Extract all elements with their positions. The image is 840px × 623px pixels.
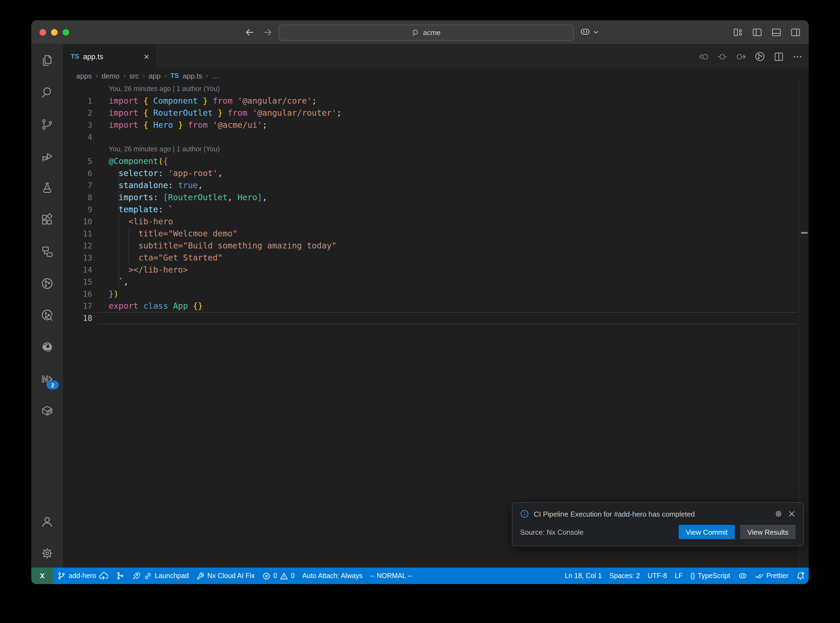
line-number: 5 (63, 155, 92, 167)
nx-console-icon[interactable]: N2 (40, 371, 55, 387)
more-actions-icon[interactable] (792, 51, 803, 62)
gitlens-graph-icon[interactable] (40, 276, 55, 291)
toggle-secondary-sidebar-icon[interactable] (790, 27, 801, 38)
code-line: 12 subtitle="Build something amazing tod… (63, 239, 809, 252)
indentation-item[interactable]: Spaces: 2 (605, 568, 643, 584)
rocket-icon (132, 571, 141, 580)
overview-ruler[interactable] (799, 83, 809, 568)
code-line-content: subtitle="Build something amazing today" (92, 239, 809, 252)
commit-graph-item[interactable] (112, 568, 128, 584)
hierarchy-icon[interactable] (40, 244, 55, 259)
search-icon[interactable] (40, 85, 55, 100)
formatter-label: Prettier (766, 572, 788, 580)
history-back-button[interactable] (244, 20, 255, 44)
line-number: 6 (63, 167, 92, 180)
warning-count: 0 (291, 572, 295, 580)
view-results-button[interactable]: View Results (740, 525, 795, 539)
encoding-label: UTF-8 (648, 572, 667, 580)
language-mode-item[interactable]: {} TypeScript (686, 568, 734, 584)
maximize-window-button[interactable] (63, 29, 69, 35)
code-line: 4 (63, 131, 809, 143)
code-line-content: import { Component } from '@angular/core… (92, 95, 809, 107)
breadcrumb-item[interactable]: apps (76, 72, 92, 80)
indent-guide (128, 252, 129, 264)
notifications-bell-item[interactable] (792, 568, 809, 584)
launchpad-item[interactable]: Launchpad (128, 568, 193, 584)
code-line: 7 standalone: true, (63, 180, 809, 192)
indent-guide (118, 216, 119, 228)
code-line-content: imports: [RouterOutlet, Hero], (92, 192, 809, 204)
breadcrumb-file[interactable]: app.ts (183, 72, 202, 80)
toggle-panel-icon[interactable] (771, 27, 782, 38)
indent-guide (118, 204, 119, 216)
command-center-search[interactable]: acme (279, 25, 574, 41)
copilot-icon (738, 571, 747, 580)
tab-app-ts[interactable]: TS app.ts × (63, 44, 155, 69)
indent-guide (118, 264, 119, 276)
problems-item[interactable]: 0 0 (258, 568, 298, 584)
line-number: 4 (63, 131, 92, 143)
auto-attach-item[interactable]: Auto Attach: Always (298, 568, 367, 584)
nx-cloud-ai-fix-item[interactable]: Nx Cloud AI Fix (193, 568, 258, 584)
double-check-icon (755, 571, 763, 580)
testing-icon[interactable] (40, 180, 55, 196)
copilot-menu[interactable] (579, 20, 599, 44)
formatter-item[interactable]: Prettier (751, 568, 792, 584)
code-line: 2import { RouterOutlet } from '@angular/… (63, 107, 809, 119)
explorer-icon[interactable] (40, 53, 55, 69)
copilot-icon (579, 26, 591, 38)
editor-actions (698, 44, 803, 69)
code-line: 13 cta="Get Started" (63, 252, 809, 264)
chevron-right-icon: › (123, 72, 125, 80)
edge-tools-icon[interactable] (40, 339, 55, 355)
close-notification-icon[interactable] (788, 510, 795, 518)
code-editor[interactable]: You, 26 minutes ago | 1 author (You)1imp… (63, 83, 809, 568)
typescript-file-icon: TS (170, 72, 179, 80)
extensions-icon[interactable] (40, 212, 55, 228)
code-line: 11 title="Welcmoe demo" (63, 228, 809, 239)
toggle-primary-sidebar-icon[interactable] (752, 27, 763, 38)
code-line-content: <lib-hero (92, 216, 809, 228)
history-forward-button[interactable] (262, 20, 273, 44)
next-change-icon[interactable] (735, 51, 747, 62)
copilot-status-item[interactable] (734, 568, 751, 584)
code-line-content (92, 131, 809, 143)
source-control-graph-icon[interactable] (754, 51, 766, 63)
indent-guide (118, 228, 119, 239)
encoding-item[interactable]: UTF-8 (644, 568, 671, 584)
code-line: 16}) (63, 288, 809, 300)
view-commit-button[interactable]: View Commit (679, 525, 735, 539)
code-line-content: }) (92, 288, 809, 300)
source-control-icon[interactable] (40, 117, 55, 132)
git-branch-item[interactable]: add-hero (53, 568, 112, 584)
breadcrumb-ellipsis[interactable]: … (212, 72, 219, 80)
open-change-icon[interactable] (717, 51, 728, 62)
run-debug-icon[interactable] (40, 149, 55, 164)
tab-label: app.ts (83, 52, 140, 61)
indent-guide (118, 167, 119, 180)
remote-indicator[interactable] (31, 568, 53, 584)
cursor-position-item[interactable]: Ln 18, Col 1 (561, 568, 606, 584)
gitlens-inspect-icon[interactable] (40, 308, 55, 323)
breadcrumb-item[interactable]: demo (101, 72, 119, 80)
breadcrumb-item[interactable]: app (149, 72, 160, 80)
close-window-button[interactable] (40, 29, 46, 35)
settings-gear-icon[interactable] (40, 546, 55, 561)
notification-settings-gear-icon[interactable] (774, 509, 783, 518)
close-tab-icon[interactable]: × (144, 52, 149, 61)
indent-guide (118, 239, 119, 252)
search-value: acme (423, 29, 441, 37)
account-icon[interactable] (40, 514, 55, 529)
customize-layout-icon[interactable] (733, 27, 743, 38)
git-blame-annotation: You, 26 minutes ago | 1 author (You) (92, 83, 809, 95)
code-area[interactable]: You, 26 minutes ago | 1 author (You)1imp… (63, 83, 809, 324)
split-editor-icon[interactable] (773, 51, 785, 62)
vim-mode-item[interactable]: -- NORMAL -- (367, 568, 416, 584)
nx-badge: 2 (47, 381, 59, 389)
containers-icon[interactable] (40, 403, 55, 419)
previous-change-icon[interactable] (698, 51, 709, 62)
eol-item[interactable]: LF (671, 568, 686, 584)
notification-toast: CI Pipeline Execution for #add-hero has … (512, 502, 804, 546)
breadcrumb-item[interactable]: src (129, 72, 139, 80)
minimize-window-button[interactable] (51, 29, 58, 35)
